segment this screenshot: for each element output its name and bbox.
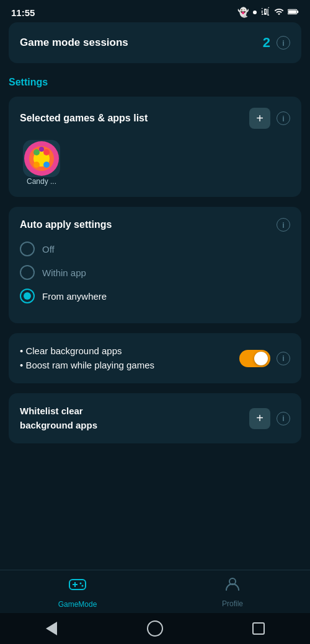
boost-line2: • Boost ram while playing games — [20, 360, 154, 370]
home-button[interactable] — [144, 618, 166, 639]
radio-label-within-app: Within app — [42, 268, 86, 278]
game-item[interactable]: Candy ... — [20, 140, 63, 186]
whitelist-line1: Whitelist clear — [20, 406, 83, 416]
svg-rect-2 — [288, 10, 296, 13]
gamemode-icon — [68, 575, 87, 598]
sessions-right: 2 i — [263, 35, 290, 51]
games-card-title: Selected games & apps list — [20, 113, 148, 124]
svg-point-15 — [82, 585, 84, 587]
recent-button[interactable] — [248, 618, 269, 639]
radio-option-from-anywhere[interactable]: From anywhere — [20, 289, 290, 303]
whitelist-text: Whitelist clear background apps — [20, 404, 97, 432]
whitelist-line2: background apps — [20, 420, 97, 430]
game-icon — [23, 140, 60, 177]
auto-title: Auto apply settings — [20, 219, 112, 230]
boost-info-icon[interactable]: i — [277, 352, 290, 365]
settings-heading: Settings — [9, 77, 301, 88]
auto-info-icon[interactable]: i — [277, 218, 290, 232]
toggle-knob — [254, 352, 268, 365]
radio-option-off[interactable]: Off — [20, 242, 290, 256]
svg-point-10 — [39, 147, 44, 152]
add-game-button[interactable]: + — [249, 108, 270, 129]
games-header: Selected games & apps list + i — [20, 108, 290, 129]
svg-point-9 — [43, 162, 50, 168]
home-icon — [147, 620, 163, 637]
svg-point-8 — [33, 162, 40, 168]
sessions-card: Game mode sessions 2 i — [9, 22, 301, 63]
whitelist-add-button[interactable]: + — [249, 408, 270, 429]
boost-card: • Clear background apps • Boost ram whil… — [9, 333, 301, 383]
radio-circle-within-app — [20, 265, 35, 280]
radio-label-off: Off — [42, 244, 55, 255]
radio-label-from-anywhere: From anywhere — [42, 291, 107, 302]
recent-icon — [252, 622, 265, 635]
svg-rect-1 — [297, 11, 298, 13]
boost-line1: • Clear background apps — [20, 346, 122, 356]
back-button[interactable] — [41, 618, 62, 639]
boost-toggle[interactable] — [239, 350, 270, 367]
status-icons: 👻 — [237, 7, 299, 19]
back-icon — [46, 622, 57, 635]
svg-point-6 — [33, 149, 40, 155]
radio-option-within-app[interactable]: Within app — [20, 265, 290, 280]
snapchat-icon: 👻 — [237, 7, 249, 18]
sessions-info-icon[interactable]: i — [277, 36, 290, 50]
whitelist-info-icon[interactable]: i — [277, 412, 290, 425]
game-label: Candy ... — [27, 177, 56, 186]
games-info-icon[interactable]: i — [277, 111, 290, 125]
nav-item-profile[interactable]: Profile — [155, 575, 310, 608]
radio-circle-off — [20, 242, 35, 256]
vibrate-icon — [260, 7, 270, 19]
nav-item-gamemode[interactable]: GameMode — [0, 575, 155, 609]
battery-icon — [288, 7, 299, 19]
status-time: 11:55 — [11, 7, 35, 18]
android-nav — [0, 613, 310, 644]
nav-label-profile: Profile — [222, 599, 243, 608]
svg-point-7 — [43, 149, 50, 155]
bottom-nav: GameMode Profile — [0, 570, 310, 613]
profile-icon — [224, 575, 241, 597]
wifi-icon — [274, 7, 284, 19]
sessions-title: Game mode sessions — [20, 37, 128, 49]
status-bar: 11:55 👻 — [0, 0, 310, 22]
radio-circle-from-anywhere — [20, 289, 35, 303]
auto-header: Auto apply settings i — [20, 218, 290, 232]
auto-apply-card: Auto apply settings i Off Within app Fro… — [9, 207, 301, 323]
boost-right: i — [239, 350, 290, 367]
boost-content: • Clear background apps • Boost ram whil… — [20, 344, 290, 372]
sessions-count: 2 — [263, 35, 270, 51]
whitelist-right: + i — [249, 408, 290, 429]
svg-point-14 — [80, 583, 82, 585]
games-card: Selected games & apps list + i Can — [9, 97, 301, 197]
whitelist-card: Whitelist clear background apps + i — [9, 393, 301, 443]
notification-dot — [253, 11, 257, 14]
boost-toggle-wrap — [239, 350, 270, 367]
games-header-right: + i — [249, 108, 290, 129]
boost-text: • Clear background apps • Boost ram whil… — [20, 344, 231, 372]
main-content: Game mode sessions 2 i Settings Selected… — [0, 22, 310, 564]
nav-label-gamemode: GameMode — [58, 600, 97, 609]
